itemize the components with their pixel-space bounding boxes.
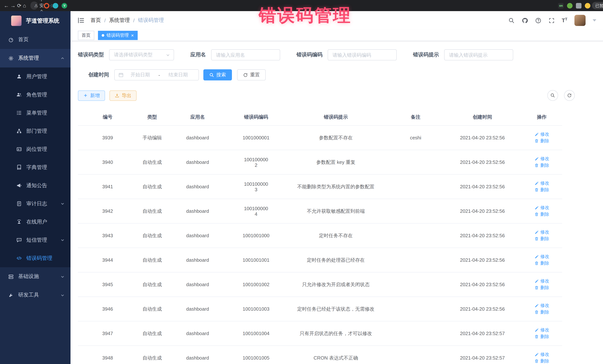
sidebar-item-infra[interactable]: 基础设施 — [0, 267, 70, 286]
cell-hint: 定时任务不存在 — [284, 223, 388, 248]
home-icon — [8, 37, 14, 43]
emoji-extension-icon[interactable] — [585, 3, 590, 8]
delete-link[interactable]: 删除 — [534, 138, 549, 144]
browser-back-button[interactable]: ← — [4, 1, 9, 10]
date-range-picker[interactable]: 开始日期 - 结束日期 — [114, 69, 199, 80]
delete-link[interactable]: 删除 — [534, 162, 549, 168]
cell-hint: 定时任务的处理器已经存在 — [284, 248, 388, 272]
edit-link-label: 修改 — [540, 302, 549, 309]
table-row: 3944 自动生成 dashboard 1001001001 定时任务的处理器已… — [78, 248, 562, 272]
cell-id: 3948 — [78, 346, 137, 364]
sidebar-item-label: 字典管理 — [26, 164, 47, 171]
leaf-extension-icon[interactable] — [567, 3, 573, 8]
delete-link[interactable]: 删除 — [534, 333, 549, 340]
reset-button[interactable]: 重置 — [237, 69, 266, 80]
sidebar-item-audit-log[interactable]: 审计日志 — [0, 195, 70, 213]
cell-remark — [388, 223, 443, 248]
sidebar: 芋道管理系统 首页系统管理用户管理角色管理菜单管理部门管理岗位管理字典管理通知公… — [0, 11, 70, 364]
delete-icon — [534, 359, 539, 363]
refresh-table-button[interactable] — [564, 90, 575, 101]
edit-link[interactable]: 修改 — [534, 351, 549, 358]
address-bar[interactable]: ⚠ 不安全 dashboard.yudao.iocoder.cn/system/… — [30, 1, 38, 10]
delete-link[interactable]: 删除 — [534, 260, 549, 266]
breadcrumb-item[interactable]: 首页 — [91, 17, 101, 24]
screenshot-root: ← → ⟳ ⌂ ⚠ 不安全 dashboard.yudao.iocoder.cn… — [0, 0, 603, 364]
sidebar-item-user[interactable]: 用户管理 — [0, 67, 70, 86]
sidebar-item-dept[interactable]: 部门管理 — [0, 122, 70, 140]
sidebar-item-post[interactable]: 岗位管理 — [0, 140, 70, 158]
start-date-placeholder: 开始日期 — [124, 72, 157, 78]
on-badge-extension-icon[interactable]: on — [558, 3, 564, 8]
edit-link[interactable]: 修改 — [534, 229, 549, 235]
error-code-input[interactable] — [328, 49, 397, 60]
tab-error-code[interactable]: 错误码管理× — [98, 31, 138, 40]
delete-link[interactable]: 删除 — [534, 236, 549, 242]
sidebar-item-notice[interactable]: 通知公告 — [0, 176, 70, 195]
sidebar-item-online-user[interactable]: 在线用户 — [0, 213, 70, 231]
sidebar-submenu: 用户管理角色管理菜单管理部门管理岗位管理字典管理通知公告审计日志在线用户短信管理… — [0, 67, 70, 267]
edit-link[interactable]: 修改 — [534, 131, 549, 138]
delete-icon — [534, 334, 539, 339]
hamburger-menu-icon[interactable] — [77, 17, 85, 24]
help-icon[interactable] — [535, 17, 541, 23]
edit-link[interactable]: 修改 — [534, 205, 549, 211]
sidebar-item-home[interactable]: 首页 — [0, 30, 70, 49]
add-button[interactable]: 新增 — [78, 90, 105, 101]
delete-link[interactable]: 删除 — [534, 211, 549, 217]
user-avatar[interactable] — [574, 15, 586, 26]
browser-refresh-button[interactable]: ⟳ — [17, 1, 21, 10]
tab-close-icon[interactable]: × — [131, 33, 134, 38]
sidebar-item-label: 审计日志 — [26, 200, 47, 207]
browser-home-button[interactable]: ⌂ — [23, 1, 26, 10]
edit-link[interactable]: 修改 — [534, 327, 549, 333]
sidebar-item-sms[interactable]: 短信管理 — [0, 231, 70, 249]
delete-link[interactable]: 删除 — [534, 285, 549, 291]
cell-remark — [388, 174, 443, 199]
edit-link[interactable]: 修改 — [534, 302, 549, 309]
menu-list-icon — [16, 110, 22, 116]
show-search-toggle-button[interactable] — [547, 90, 558, 101]
table-row: 3945 自动生成 dashboard 1001001002 只允许修改为开启或… — [78, 272, 562, 297]
puzzle-extension-icon[interactable] — [576, 3, 581, 8]
green-v-extension-icon[interactable]: V — [62, 3, 67, 8]
sidebar-logo[interactable]: 芋道管理系统 — [0, 11, 70, 30]
browser-forward-button[interactable]: → — [10, 1, 16, 10]
error-type-select[interactable]: 请选择错误码类型 — [109, 49, 174, 60]
edit-link[interactable]: 修改 — [534, 180, 549, 187]
cell-type: 自动生成 — [137, 199, 167, 223]
app-name-input[interactable] — [211, 49, 280, 60]
edit-icon — [534, 352, 539, 357]
font-size-icon[interactable]: TT — [562, 17, 567, 23]
sidebar-item-role[interactable]: 角色管理 — [0, 86, 70, 104]
edit-link[interactable]: 修改 — [534, 278, 549, 284]
paused-chip[interactable]: 已暂停 — [592, 2, 603, 9]
sidebar-item-menu[interactable]: 菜单管理 — [0, 104, 70, 122]
tab-home[interactable]: 首页 — [78, 31, 94, 40]
sidebar-item-dev-tools[interactable]: 研发工具 — [0, 286, 70, 304]
export-button[interactable]: 导出 — [109, 90, 137, 101]
cell-code: 1001001003 — [228, 297, 284, 321]
search-icon[interactable] — [508, 17, 514, 23]
edit-link[interactable]: 修改 — [534, 156, 549, 162]
edit-link[interactable]: 修改 — [534, 254, 549, 260]
delete-link[interactable]: 删除 — [534, 358, 549, 364]
error-hint-input[interactable] — [444, 49, 513, 60]
delete-link[interactable]: 删除 — [534, 187, 549, 193]
sidebar-item-dict[interactable]: 字典管理 — [0, 158, 70, 176]
github-icon[interactable] — [522, 17, 528, 23]
red-ring-extension-icon[interactable] — [44, 3, 49, 8]
fullscreen-icon[interactable] — [548, 17, 555, 23]
teal-extension-icon[interactable] — [53, 3, 58, 8]
cell-time: 2021-04-20 23:52:56 — [443, 297, 521, 321]
sidebar-item-label: 菜单管理 — [26, 110, 47, 116]
breadcrumb-item[interactable]: 系统管理 — [109, 17, 130, 24]
sidebar-item-error-code[interactable]: 错误码管理 — [0, 249, 70, 267]
delete-link[interactable]: 删除 — [534, 309, 549, 315]
cell-code: 1001000003 — [228, 174, 284, 199]
download-icon — [115, 93, 119, 98]
search-button[interactable]: 搜索 — [203, 69, 232, 80]
tab-label: 首页 — [82, 32, 91, 38]
column-header: 操作 — [521, 109, 562, 125]
sidebar-item-system[interactable]: 系统管理 — [0, 49, 70, 67]
chevron-down-icon[interactable] — [593, 19, 596, 22]
